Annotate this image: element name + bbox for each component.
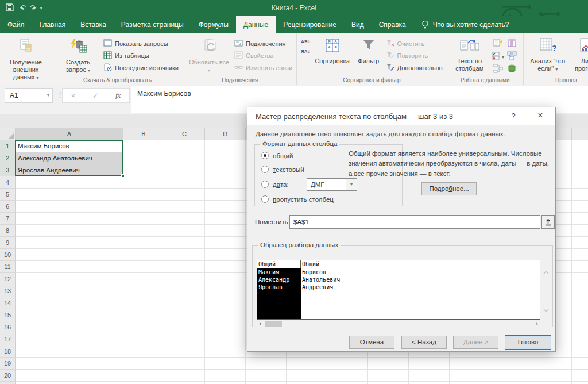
cell-A10[interactable]: [16, 249, 123, 261]
cell-D16[interactable]: [205, 321, 246, 333]
cell-A2[interactable]: Александр Анатольевич: [16, 152, 123, 164]
select-all-corner[interactable]: [0, 128, 16, 140]
cell-I20[interactable]: [409, 370, 450, 382]
cell-C7[interactable]: [164, 213, 205, 225]
radio-skip[interactable]: пропустить столбец: [261, 195, 334, 203]
cell-C20[interactable]: [164, 370, 205, 382]
cell-A20[interactable]: [16, 370, 123, 382]
cell-A18[interactable]: [16, 345, 123, 358]
advanced-filter-button[interactable]: Дополнительно: [386, 63, 443, 72]
cell-D10[interactable]: [205, 249, 246, 261]
preview-col-1[interactable]: МаксимАлександрЯрослав: [257, 268, 301, 319]
cell-M1[interactable]: [572, 140, 588, 152]
preview-column-2-header[interactable]: Общий: [301, 260, 319, 268]
scrollbar-thumb[interactable]: [265, 321, 282, 327]
cell-A5[interactable]: [16, 189, 123, 201]
cell-A7[interactable]: [16, 213, 123, 225]
show-queries-button[interactable]: Показать запросы: [103, 39, 179, 48]
cell-C5[interactable]: [164, 189, 205, 201]
cell-C14[interactable]: [164, 297, 205, 309]
cell-B5[interactable]: [123, 189, 164, 201]
what-if-button[interactable]: ? Анализ "что если" ▾: [528, 36, 568, 75]
cell-L20[interactable]: [531, 370, 572, 382]
row-header-16[interactable]: 16: [0, 321, 16, 333]
cell-C3[interactable]: [164, 164, 205, 176]
cell-G21[interactable]: [327, 382, 368, 384]
cell-B18[interactable]: [123, 345, 164, 358]
cell-C2[interactable]: [164, 152, 205, 164]
cell-B14[interactable]: [123, 297, 164, 309]
cell-B15[interactable]: [123, 309, 164, 321]
cell-B21[interactable]: [123, 382, 164, 384]
cell-F21[interactable]: [287, 382, 327, 384]
column-header-B[interactable]: B: [123, 128, 164, 140]
cell-C8[interactable]: [164, 225, 205, 237]
cell-M13[interactable]: [572, 285, 588, 297]
text-to-columns-button[interactable]: Текст по столбцам: [451, 36, 488, 75]
radio-text[interactable]: текстовый: [261, 166, 304, 173]
cell-C15[interactable]: [164, 309, 205, 321]
dialog-help-button[interactable]: ?: [508, 112, 519, 120]
row-header-20[interactable]: 20: [0, 370, 16, 382]
cell-K19[interactable]: [490, 358, 531, 370]
cell-D18[interactable]: [205, 345, 246, 358]
tab-Вставка[interactable]: Вставка: [73, 16, 114, 33]
row-header-1[interactable]: 1: [0, 140, 16, 152]
cell-D20[interactable]: [205, 370, 246, 382]
cell-D15[interactable]: [205, 309, 246, 321]
row-header-12[interactable]: 12: [0, 273, 16, 285]
cell-A11[interactable]: [16, 261, 123, 273]
cell-C21[interactable]: [164, 382, 205, 384]
cell-M9[interactable]: [572, 237, 588, 249]
cell-B4[interactable]: [123, 176, 164, 189]
cell-E21[interactable]: [246, 382, 287, 384]
cell-D9[interactable]: [205, 237, 246, 249]
cell-C19[interactable]: [164, 358, 205, 370]
tab-Разметка страницы[interactable]: Разметка страницы: [114, 16, 191, 33]
cell-B12[interactable]: [123, 273, 164, 285]
cell-D7[interactable]: [205, 213, 246, 225]
radio-date[interactable]: дата: ДМГ ▾: [261, 181, 289, 188]
cell-G20[interactable]: [327, 370, 368, 382]
cell-I21[interactable]: [409, 382, 450, 384]
row-header-19[interactable]: 19: [0, 358, 16, 370]
preview-column-1-header[interactable]: Общий: [257, 260, 301, 268]
cell-M8[interactable]: [572, 225, 588, 237]
cell-L21[interactable]: [531, 382, 572, 384]
cell-B8[interactable]: [123, 225, 164, 237]
flash-fill-icon[interactable]: [493, 39, 503, 50]
sort-button[interactable]: ЯААЯ Сортировка: [314, 36, 351, 75]
row-header-10[interactable]: 10: [0, 249, 16, 261]
cell-M18[interactable]: [572, 345, 588, 358]
cell-H19[interactable]: [368, 358, 409, 370]
cell-D21[interactable]: [205, 382, 246, 384]
cell-M11[interactable]: [572, 261, 588, 273]
cell-M15[interactable]: [572, 309, 588, 321]
cell-B10[interactable]: [123, 249, 164, 261]
from-table-button[interactable]: Из таблицы: [103, 51, 179, 60]
column-header-C[interactable]: C: [164, 128, 205, 140]
row-header-7[interactable]: 7: [0, 213, 16, 225]
sort-az-button[interactable]: АЯ↓: [301, 39, 310, 44]
cell-D8[interactable]: [205, 225, 246, 237]
cell-A9[interactable]: [16, 237, 123, 249]
row-header-21[interactable]: 21: [0, 382, 16, 384]
cell-L19[interactable]: [531, 358, 572, 370]
cell-G19[interactable]: [327, 358, 368, 370]
row-header-18[interactable]: 18: [0, 345, 16, 358]
cell-F20[interactable]: [287, 370, 327, 382]
column-header-A[interactable]: A: [16, 128, 123, 140]
cell-A4[interactable]: [16, 176, 123, 189]
cell-A19[interactable]: [16, 358, 123, 370]
cell-K21[interactable]: [490, 382, 531, 384]
collapse-dialog-button[interactable]: [541, 215, 555, 229]
cell-D13[interactable]: [205, 285, 246, 297]
row-header-6[interactable]: 6: [0, 201, 16, 213]
cell-M3[interactable]: [572, 164, 588, 176]
data-validation-icon[interactable]: ▾: [492, 51, 505, 63]
filter-button[interactable]: Фильтр: [355, 36, 382, 75]
radio-date-icon[interactable]: [261, 181, 269, 188]
cell-J21[interactable]: [450, 382, 490, 384]
cell-M20[interactable]: [572, 370, 588, 382]
sort-za-button[interactable]: ЯА↓: [301, 49, 310, 54]
